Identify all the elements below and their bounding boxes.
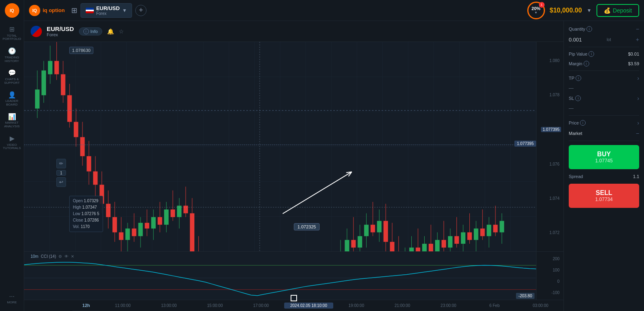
sl-value-row: —	[569, 106, 639, 111]
indicator-chart-canvas[interactable]	[24, 260, 536, 296]
sidebar-item-chats-support[interactable]: 💬 CHATS & SUPPORT	[0, 66, 24, 88]
separator-1	[569, 47, 639, 47]
topbar: IQ iq option ⊞ EUR/USD Forex ▼ + 20% 1 ▼…	[24, 0, 644, 21]
app-logo: IQ	[5, 3, 19, 18]
spread-label: Spread	[569, 174, 583, 179]
instrument-name: EUR/USD	[96, 5, 120, 11]
sl-row: SL i ›	[569, 95, 639, 102]
pip-value: $0.01	[628, 52, 639, 56]
analysis-icon: 📊	[8, 113, 16, 120]
tp-info-icon[interactable]: i	[576, 75, 581, 81]
quantity-row: Quantity i −	[569, 26, 639, 32]
close-indicator-icon[interactable]: ✕	[71, 254, 74, 259]
pair-flag	[31, 26, 42, 37]
quantity-increase[interactable]: +	[636, 36, 639, 43]
spread-row: Spread 1.1	[569, 174, 639, 179]
indicator-label: 10m CCI (14) ⚙ 👁 ✕	[31, 254, 74, 259]
price-label: Price i	[569, 120, 586, 126]
sell-button[interactable]: SELL 1.07734	[569, 184, 639, 208]
price-minus[interactable]: −	[636, 130, 639, 137]
price-value-row: Market −	[569, 130, 639, 137]
settings-icon[interactable]: ⚙	[58, 254, 62, 259]
balance-chevron: ▼	[587, 8, 592, 13]
buy-price: 1.07745	[574, 158, 634, 164]
pip-value-row: Pip Value i $0.01	[569, 51, 639, 57]
price-info-icon[interactable]: i	[580, 120, 586, 126]
crosshair-price-box: 1.072325	[294, 223, 320, 230]
price-market-value: Market	[569, 131, 582, 136]
portfolio-icon: ⊞	[9, 26, 14, 33]
sidebar-item-trading-history[interactable]: 🕐 TRADING HISTORY	[0, 44, 24, 66]
separator-3	[569, 115, 639, 116]
deposit-button[interactable]: 💰 Deposit	[597, 4, 639, 17]
time-label-9: 03:00:00	[518, 303, 564, 308]
eye-icon[interactable]: 👁	[64, 254, 68, 259]
dashed-price-label: 1.077395	[514, 141, 536, 147]
sell-label: SELL	[574, 189, 634, 197]
pip-value-label: Pip Value i	[569, 51, 594, 57]
tp-label: TP i	[569, 75, 581, 81]
star-icon[interactable]: ☆	[119, 28, 124, 35]
instrument-tab-eurusd[interactable]: EUR/USD Forex ▼	[80, 3, 132, 18]
sl-label: SL i	[569, 95, 581, 101]
time-label-3: 17:00:00	[238, 303, 284, 308]
tp-expand[interactable]: ›	[637, 75, 639, 81]
quantity-value: 0.001	[569, 37, 582, 43]
sl-info-icon[interactable]: i	[575, 95, 581, 101]
buy-label: BUY	[574, 151, 634, 158]
quantity-decrease[interactable]: −	[636, 26, 639, 32]
time-label-0: 11:00:00	[100, 303, 146, 308]
sidebar-item-total-portfolio[interactable]: ⊞ TOTAL PORTFOLIO	[0, 23, 24, 44]
time-label-6: 21:00:00	[379, 303, 425, 308]
price-expand[interactable]: ›	[637, 120, 639, 126]
instrument-sub: Forex	[96, 11, 120, 16]
grid-view-icon[interactable]: ⊞	[71, 6, 77, 15]
timeframe-label[interactable]: 12h	[72, 300, 100, 311]
sidebar-item-more[interactable]: ··· MORE	[0, 290, 24, 308]
y-axis: 1.080 1.078 1.077395 1.076 1.074 1.072	[536, 42, 564, 251]
sell-price: 1.07734	[574, 197, 634, 202]
add-instrument-button[interactable]: +	[135, 5, 147, 16]
cci-current-value: -203.80	[516, 293, 535, 299]
mode-selector[interactable]: 1	[56, 170, 66, 176]
separator-2	[569, 70, 639, 71]
time-label-8: 6 Feb	[471, 303, 517, 308]
bell-icon[interactable]: 🔔	[107, 28, 114, 35]
separator-4	[569, 141, 639, 141]
quantity-value-row: 0.001 lot +	[569, 36, 639, 43]
drawing-tools: ✏ 1 ↩	[56, 159, 66, 187]
cci-y-axis: 200 100 0 -100	[536, 252, 564, 300]
app-title: IQ iq option	[29, 5, 65, 16]
pair-sub: Forex	[47, 32, 74, 37]
pip-info-icon[interactable]: i	[588, 51, 594, 57]
info-icon: i	[83, 29, 89, 34]
deposit-icon: 💰	[604, 7, 611, 14]
sl-expand[interactable]: ›	[637, 95, 639, 102]
notification-badge: 1	[539, 2, 545, 8]
buy-button[interactable]: BUY 1.07745	[569, 145, 639, 169]
tp-row: TP i ›	[569, 75, 639, 81]
main-content: EUR/USD Forex i Info 🔔 ☆ 1.078630 1.0773…	[24, 21, 644, 311]
info-label: Info	[91, 29, 98, 34]
risk-chevron: ▼	[535, 11, 538, 15]
time-label-active: 2024.02.05 18:10:00	[284, 303, 333, 309]
logo-circle: IQ	[29, 5, 40, 16]
pencil-tool[interactable]: ✏	[56, 159, 66, 168]
time-indicator-circle	[291, 295, 297, 301]
info-button[interactable]: i Info	[79, 27, 102, 35]
margin-info-icon[interactable]: i	[584, 61, 589, 66]
balance-display[interactable]: $10,000.00	[550, 7, 582, 14]
sidebar-item-video-tutorials[interactable]: ▶ VIDEO TUTORIALS	[0, 132, 24, 153]
risk-badge[interactable]: 20% 1 ▼	[527, 2, 545, 19]
quantity-info-icon[interactable]: i	[586, 26, 592, 32]
quantity-unit: lot	[607, 37, 611, 42]
sidebar-item-market-analysis[interactable]: 📊 MARKET ANALYSIS	[0, 110, 24, 132]
history-icon: 🕐	[8, 48, 16, 55]
chart-canvas-wrapper: 1.078630 1.077395 1.072325 Open 1.07329 …	[24, 42, 564, 251]
sidebar-item-leaderboard[interactable]: 👤 LEADER BOARD	[0, 88, 24, 110]
price-label-top: 1.078630	[69, 47, 93, 54]
instrument-chevron: ▼	[122, 8, 127, 13]
undo-tool[interactable]: ↩	[56, 177, 66, 187]
time-label-2: 15:00:00	[192, 303, 238, 308]
tp-value-row: —	[569, 85, 639, 91]
